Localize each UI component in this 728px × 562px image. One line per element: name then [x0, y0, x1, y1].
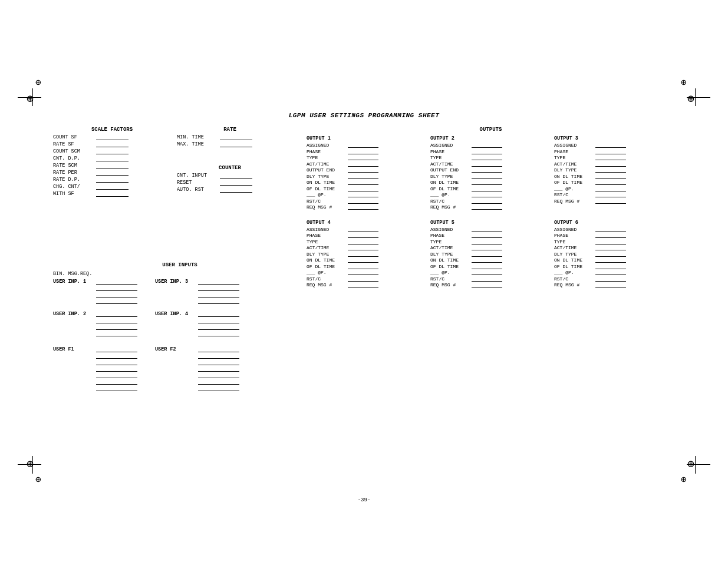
rate-title: RATE — [177, 127, 283, 133]
o3-line-ofdltime — [595, 180, 626, 185]
ui-f1-extra6 — [96, 386, 137, 391]
o4-label-phase: PHASE — [307, 233, 347, 238]
o1-line-ondltime — [348, 180, 378, 185]
o5-label-assigned: ASSIGNED — [430, 227, 470, 232]
ui-f1-extra1 — [96, 353, 137, 359]
o3-line-rstc — [595, 192, 626, 197]
ui-line-inp4-main — [198, 312, 239, 317]
output5-col: OUTPUT 5 ASSIGNED PHASE TYPE ACT/TIM — [430, 220, 551, 289]
user-inp1-group: USER INP. 1 — [53, 279, 137, 305]
counter-line-autorst — [220, 187, 252, 193]
o2-line-assigned — [472, 143, 502, 148]
o4-atp: ___ @P. — [307, 270, 424, 275]
o2-label-assigned: ASSIGNED — [430, 143, 470, 148]
ui-label-inp1: USER INP. 1 — [53, 279, 94, 285]
o3-label-atp: ___ @P. — [554, 186, 594, 191]
o3-line-phase — [595, 149, 626, 154]
o5-atp: ___ @P. — [430, 270, 548, 275]
o6-label-rstc: RST/C — [554, 276, 594, 282]
scale-factors-section: SCALE FACTORS COUNT SF RATE SF COUNT SCM… — [53, 127, 171, 198]
o3-assigned: ASSIGNED — [554, 143, 672, 148]
cross-br — [687, 457, 701, 471]
ui-inp1-extra2 — [96, 292, 137, 297]
sf-row-rate-dp: RATE D.P. — [53, 177, 171, 183]
o2-label-type: TYPE — [430, 155, 470, 160]
output3-col: OUTPUT 3 ASSIGNED PHASE TYPE ACT/TIM — [554, 135, 675, 211]
o1-line-assigned — [348, 143, 378, 148]
hline-bl — [18, 464, 41, 465]
sf-line-count-scm — [96, 148, 129, 154]
counter-line-cntinp — [220, 173, 252, 178]
o1-label-rstc: RST/C — [307, 199, 347, 204]
o2-dlytype: DLY TYPE — [430, 174, 548, 179]
o4-line-acttime — [348, 245, 378, 250]
user-inp2-group: USER INP. 2 — [53, 311, 137, 338]
counter-label-autorst: AUTO. RST — [177, 187, 218, 193]
o6-line-assigned — [595, 227, 626, 232]
o3-label-ofdltime: OF DL TIME — [554, 180, 594, 185]
o1-line-atp — [348, 192, 378, 197]
user-f1-group: USER F1 — [53, 346, 137, 392]
o6-label-reqmsg: REQ MSG # — [554, 282, 594, 287]
o4-rstc: RST/C — [307, 276, 424, 282]
o6-line-acttime — [595, 245, 626, 250]
o4-line-ondltime — [348, 257, 378, 263]
o1-rstc: RST/C — [307, 199, 424, 204]
o5-line-atp — [472, 270, 502, 275]
counter-row-cntinp: CNT. INPUT — [177, 173, 283, 178]
o5-label-dlytype: DLY TYPE — [430, 252, 470, 257]
user-inputs-title: USER INPUTS — [53, 262, 307, 268]
sf-label-count-scm: COUNT SCM — [53, 148, 94, 154]
ui-f1-extra4 — [96, 373, 137, 378]
ui-inp1-extra3 — [96, 299, 137, 304]
o6-acttime: ACT/TIME — [554, 245, 672, 250]
o2-label-outputend: OUTPUT END — [430, 167, 470, 173]
o2-label-phase: PHASE — [430, 149, 470, 154]
output3-title: OUTPUT 3 — [554, 135, 672, 141]
o4-type: TYPE — [307, 239, 424, 244]
o3-ondltime: ON DL TIME — [554, 174, 672, 179]
o3-rstc: RST/C — [554, 192, 672, 197]
sf-row-rate-sf: RATE SF — [53, 141, 171, 147]
o2-outputend: OUTPUT END — [430, 167, 548, 173]
ui-line-inp2-main — [96, 312, 137, 317]
o3-type: TYPE — [554, 155, 672, 160]
ui-f2-extra4 — [198, 373, 239, 378]
counter-row-reset: RESET — [177, 180, 283, 186]
o3-line-reqmsg — [595, 199, 626, 204]
ui-line-inp3-main — [198, 279, 239, 285]
sf-line-rate-sf — [96, 141, 129, 147]
rate-section: RATE MIN. TIME MAX. TIME — [177, 127, 283, 148]
o3-label-assigned: ASSIGNED — [554, 143, 594, 148]
o2-label-ofdltime: OF DL TIME — [430, 186, 470, 191]
sf-row-rate-per: RATE PER — [53, 170, 171, 176]
outputs-title: OUTPUTS — [307, 127, 675, 133]
counter-section: COUNTER CNT. INPUT RESET AUTO. RST — [177, 165, 283, 194]
o6-line-dlytype — [595, 252, 626, 257]
o3-line-ondltime — [595, 174, 626, 179]
sf-label-rate-scm: RATE SCM — [53, 163, 94, 168]
o5-line-ofdltime — [472, 264, 502, 269]
o2-line-acttime — [472, 161, 502, 167]
sf-line-rate-per — [96, 170, 129, 176]
cross-bl — [27, 457, 41, 471]
o6-ofdltime: OF DL TIME — [554, 264, 672, 269]
o5-label-atp: ___ @P. — [430, 270, 470, 275]
ui-f1-extra2 — [96, 360, 137, 365]
reg-mark-tr — [681, 77, 693, 88]
o6-line-type — [595, 239, 626, 244]
o1-assigned: ASSIGNED — [307, 143, 424, 148]
output6-title: OUTPUT 6 — [554, 220, 672, 226]
sf-row-chg-cnt: CHG. CNT/ — [53, 184, 171, 190]
reg-mark-bl — [35, 474, 47, 485]
ui-f2-extra6 — [198, 386, 239, 391]
reg-mark-tl — [35, 77, 47, 88]
o5-line-type — [472, 239, 502, 244]
o6-line-reqmsg — [595, 282, 626, 287]
o5-label-acttime: ACT/TIME — [430, 245, 470, 250]
o6-line-ofdltime — [595, 264, 626, 269]
o1-label-dlytype: DLY TYPE — [307, 174, 347, 179]
o6-label-dlytype: DLY TYPE — [554, 252, 594, 257]
o1-outputend: OUTPUT END — [307, 167, 424, 173]
o4-label-reqmsg: REQ MSG # — [307, 282, 347, 287]
